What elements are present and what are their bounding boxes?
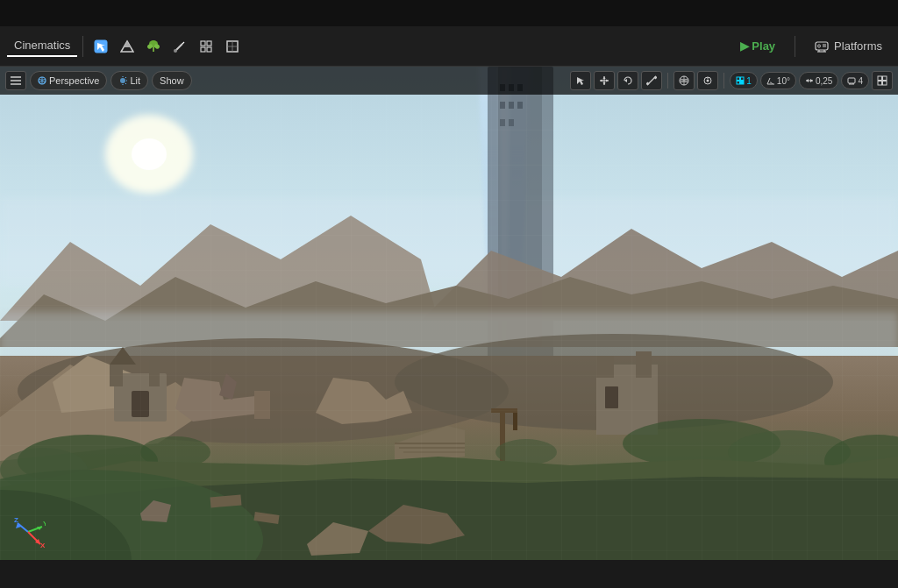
svg-marker-100 (600, 80, 602, 82)
landscape-tool-btn[interactable] (115, 34, 139, 59)
svg-rect-10 (201, 41, 205, 46)
main-toolbar: Cinematics (0, 26, 898, 67)
toolbar-right: ▶ Play Platforms (731, 36, 891, 57)
svg-rect-105 (646, 81, 650, 85)
perspective-btn[interactable]: Perspective (30, 71, 107, 90)
xyz-gizmo: Z Y X (11, 514, 46, 549)
svg-marker-120 (810, 79, 813, 82)
lit-label: Lit (130, 75, 140, 86)
svg-rect-68 (605, 386, 618, 408)
svg-line-129 (18, 523, 28, 532)
separator-1 (82, 36, 83, 57)
grid-snap-icon (736, 76, 745, 85)
svg-text:Z: Z (14, 516, 18, 524)
svg-line-117 (767, 78, 770, 84)
lit-btn[interactable]: Lit (110, 71, 148, 90)
scene-svg (0, 67, 898, 560)
svg-rect-39 (509, 119, 514, 126)
camera-speed-btn[interactable] (697, 71, 718, 90)
viewport-menu-btn[interactable] (5, 71, 26, 90)
show-btn[interactable]: Show (152, 71, 192, 90)
viewport-toolbar: Perspective Lit Show (0, 67, 898, 95)
svg-point-21 (818, 45, 821, 47)
vp-separator-1 (667, 73, 668, 89)
foliage-tool-btn[interactable] (141, 34, 166, 59)
paint-tool-btn[interactable] (167, 34, 192, 59)
geometry-tool-btn[interactable] (194, 34, 218, 59)
platforms-label: Platforms (834, 39, 882, 53)
svg-line-94 (125, 83, 126, 84)
perspective-icon (38, 76, 46, 85)
svg-marker-98 (603, 76, 606, 79)
svg-text:X: X (40, 542, 46, 549)
top-bar (0, 0, 898, 26)
vp-separator-2 (723, 73, 724, 89)
platforms-icon (815, 40, 829, 53)
scale-value: 0,25 (816, 76, 832, 86)
cinematics-tab[interactable]: Cinematics (7, 35, 77, 57)
svg-rect-127 (878, 81, 882, 86)
svg-rect-51 (149, 360, 160, 386)
svg-rect-36 (509, 102, 514, 109)
svg-marker-99 (603, 82, 606, 85)
screen-size-btn[interactable]: 4 (841, 72, 869, 89)
svg-point-26 (132, 138, 167, 170)
translate-btn[interactable] (594, 71, 615, 90)
scale-snap-btn[interactable]: 0,25 (799, 72, 838, 89)
svg-point-90 (120, 78, 125, 83)
viewport[interactable]: Perspective Lit Show (0, 67, 898, 560)
svg-rect-113 (741, 77, 745, 81)
svg-point-8 (174, 49, 177, 53)
svg-rect-50 (110, 365, 123, 386)
angle-snap-btn[interactable]: 10° (760, 72, 796, 89)
grid-value: 1 (746, 76, 752, 86)
svg-rect-64 (513, 413, 517, 430)
svg-rect-114 (737, 81, 740, 85)
play-button[interactable]: ▶ Play (731, 36, 784, 56)
svg-marker-101 (606, 80, 609, 82)
viewport-right-tools: 1 10° 0,25 (570, 71, 893, 90)
svg-rect-128 (883, 81, 887, 86)
screen-size-icon (847, 76, 856, 85)
separator-2 (795, 36, 795, 57)
grid-snap-btn[interactable]: 1 (730, 72, 758, 89)
angle-value: 10° (777, 76, 790, 86)
svg-rect-115 (741, 81, 745, 85)
svg-rect-67 (636, 351, 652, 378)
svg-rect-66 (596, 356, 614, 378)
svg-line-9 (182, 42, 184, 44)
screen-value: 4 (858, 76, 863, 86)
svg-point-110 (707, 80, 709, 82)
angle-snap-icon (766, 76, 775, 85)
scale-btn[interactable] (641, 71, 662, 90)
rotate-btn[interactable] (617, 71, 638, 90)
scale-snap-icon (805, 76, 814, 85)
svg-marker-119 (806, 79, 809, 82)
perspective-label: Perspective (49, 75, 99, 86)
actor-tool-btn[interactable] (220, 34, 245, 59)
svg-rect-125 (878, 76, 882, 81)
svg-rect-11 (207, 41, 211, 46)
svg-rect-35 (500, 102, 505, 109)
platforms-button[interactable]: Platforms (806, 36, 891, 56)
svg-rect-121 (848, 78, 855, 83)
select-mode-btn[interactable] (570, 71, 591, 90)
svg-rect-38 (500, 119, 505, 126)
svg-rect-56 (254, 391, 270, 419)
svg-rect-53 (132, 391, 149, 417)
viewport-layout-btn[interactable] (872, 71, 893, 90)
svg-text:Y: Y (43, 520, 46, 528)
svg-rect-63 (491, 408, 517, 413)
show-label: Show (160, 75, 184, 86)
select-tool-btn[interactable] (89, 34, 113, 59)
svg-rect-126 (883, 76, 887, 81)
svg-rect-37 (517, 102, 523, 109)
lit-icon (118, 76, 127, 85)
svg-rect-104 (654, 75, 658, 79)
toolbar-left: Cinematics (7, 34, 728, 59)
svg-rect-13 (207, 47, 211, 52)
svg-rect-12 (201, 47, 205, 52)
world-space-btn[interactable] (674, 71, 695, 90)
svg-line-92 (125, 77, 126, 78)
svg-rect-112 (737, 77, 740, 81)
